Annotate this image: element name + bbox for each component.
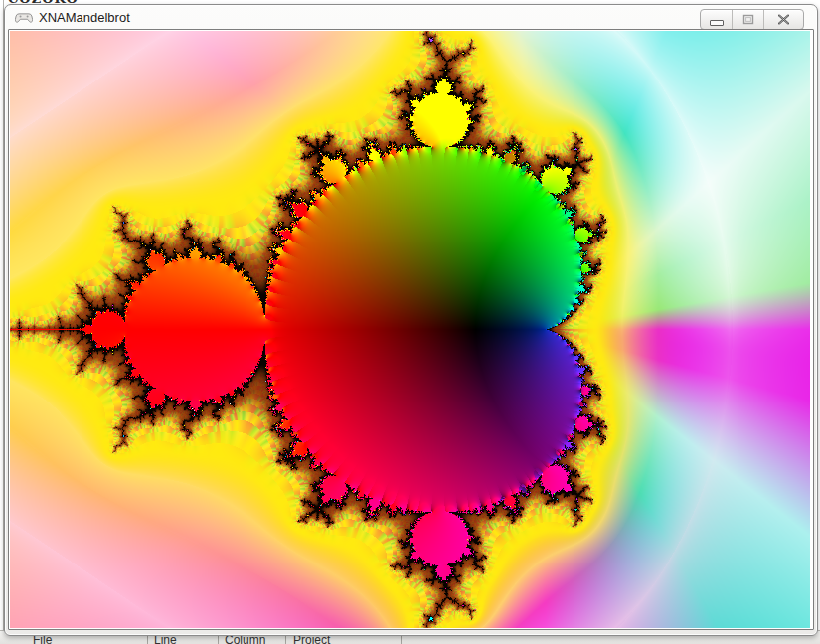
fractal-canvas[interactable]	[10, 31, 810, 628]
minimize-button[interactable]	[701, 10, 733, 29]
maximize-button[interactable]	[733, 10, 764, 29]
close-button[interactable]	[764, 10, 803, 29]
minimize-icon	[710, 20, 724, 26]
gamepad-icon	[15, 10, 33, 24]
window-title: XNAMandelbrot	[39, 10, 130, 25]
app-window: XNAMandelbrot	[4, 4, 818, 636]
title-bar[interactable]: XNAMandelbrot	[5, 5, 817, 29]
client-area	[8, 29, 814, 630]
window-controls	[700, 9, 804, 30]
maximize-icon	[742, 14, 754, 25]
close-icon	[777, 14, 790, 25]
